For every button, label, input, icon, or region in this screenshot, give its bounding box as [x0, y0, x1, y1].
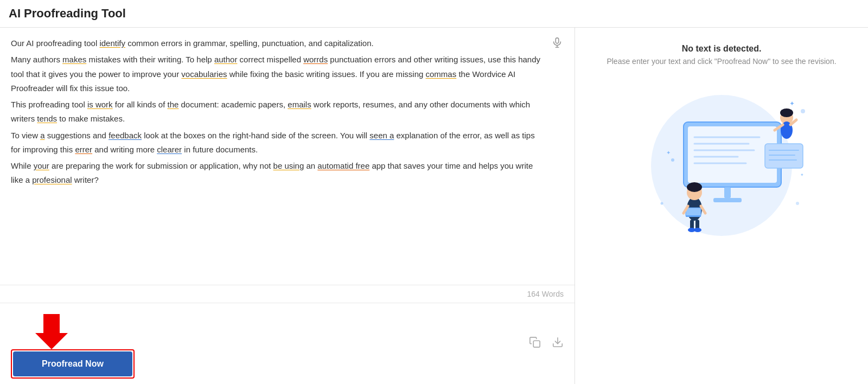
proofread-btn-wrapper: Proofread Now — [11, 309, 135, 379]
word-count: 164 Words — [11, 290, 564, 298]
red-arrow-area — [11, 309, 135, 349]
right-panel: No text is detected. Please enter your t… — [575, 28, 868, 384]
svg-rect-16 — [765, 144, 803, 168]
no-text-subtitle: Please enter your text and click "Proofr… — [607, 57, 836, 66]
svg-text:✦: ✦ — [789, 100, 795, 107]
download-icon[interactable] — [552, 336, 564, 351]
action-bar: Proofread Now — [0, 303, 575, 384]
red-arrow-icon — [33, 314, 71, 349]
microphone-icon[interactable] — [550, 35, 565, 50]
proofread-button-border: Proofread Now — [11, 349, 135, 379]
svg-point-36 — [671, 158, 674, 162]
app-container: AI Proofreading Tool — [0, 0, 868, 384]
svg-rect-14 — [724, 187, 731, 198]
svg-point-39 — [796, 202, 799, 205]
svg-rect-0 — [556, 38, 559, 43]
svg-rect-8 — [688, 126, 777, 183]
no-text-title: No text is detected. — [682, 44, 762, 54]
copy-icon[interactable] — [529, 336, 541, 351]
mic-icon-wrapper[interactable] — [550, 35, 565, 50]
svg-point-22 — [687, 182, 702, 192]
svg-rect-15 — [713, 198, 742, 202]
page-title: AI Proofreading Tool — [9, 7, 859, 21]
svg-point-32 — [780, 108, 793, 117]
svg-rect-23 — [686, 208, 701, 216]
illustration-svg: ✦ ✦ ✦ — [629, 79, 814, 241]
left-panel: Our AI proofreading tool identify common… — [0, 28, 575, 384]
svg-marker-3 — [35, 314, 68, 349]
header: AI Proofreading Tool — [0, 0, 868, 28]
toolbar-icons — [529, 336, 564, 351]
svg-rect-4 — [533, 341, 540, 347]
proofread-now-button[interactable]: Proofread Now — [13, 351, 132, 376]
svg-rect-24 — [686, 215, 701, 217]
svg-point-38 — [661, 202, 663, 205]
svg-point-28 — [694, 228, 701, 232]
main-content: Our AI proofreading tool identify common… — [0, 28, 868, 384]
text-content: Our AI proofreading tool identify common… — [11, 36, 564, 188]
svg-text:✦: ✦ — [666, 150, 671, 156]
text-area-container: Our AI proofreading tool identify common… — [0, 28, 575, 285]
svg-point-37 — [801, 109, 805, 113]
illustration: ✦ ✦ ✦ — [629, 79, 814, 241]
svg-text:✦: ✦ — [800, 172, 804, 177]
word-count-bar: 164 Words — [0, 285, 575, 303]
